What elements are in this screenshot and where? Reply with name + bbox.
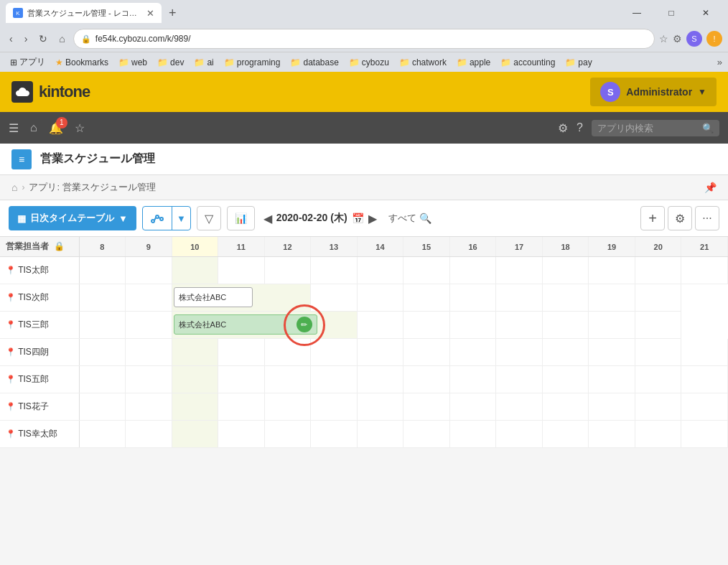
slot-0-4[interactable]: [264, 257, 311, 284]
home-button[interactable]: ⌂: [55, 32, 68, 46]
bookmark-accounting[interactable]: 📁 accounting: [496, 56, 559, 69]
filter-icon: ▽: [205, 213, 213, 225]
bookmark-programing[interactable]: 📁 programing: [220, 56, 285, 69]
notification-icon[interactable]: 🔔 1: [49, 121, 63, 135]
nav-search[interactable]: 🔍: [592, 120, 719, 136]
grid-view-icon: ▦: [17, 213, 26, 224]
nav-left: ☰ ⌂ 🔔 1 ☆: [9, 121, 85, 135]
time-col-16: 16: [449, 237, 496, 257]
breadcrumb-label: アプリ: 営業スケジュール管理: [29, 181, 155, 194]
slot-0-13[interactable]: [681, 257, 728, 284]
slot-0-10[interactable]: [542, 257, 589, 284]
bookmark-apps[interactable]: ⊞ アプリ内検索 アプリ: [6, 55, 50, 70]
view-main[interactable]: ▦ 日次タイムテーブル ▼: [9, 206, 136, 230]
slot-0-7[interactable]: [403, 257, 450, 284]
forward-button[interactable]: ›: [21, 32, 32, 46]
time-col-15: 15: [403, 237, 450, 257]
folder-icon: 📁: [399, 57, 410, 67]
bookmark-cybozu[interactable]: 📁 cybozu: [345, 56, 393, 69]
slot-0-1[interactable]: [126, 257, 172, 284]
person-cell-3: 📍 TIS四朗: [0, 339, 79, 366]
new-tab-button[interactable]: +: [166, 6, 179, 21]
filter-button[interactable]: ▽: [197, 206, 221, 230]
slot-0-11[interactable]: [589, 257, 635, 284]
bar-chart-button[interactable]: 📊: [227, 206, 255, 230]
star-icon[interactable]: ☆: [659, 31, 668, 47]
time-col-20: 20: [635, 237, 681, 257]
event-block-abc-white[interactable]: 株式会社ABC: [174, 287, 253, 307]
star-bookmark-icon: ★: [55, 57, 63, 67]
search-input[interactable]: [597, 123, 698, 134]
slot-0-6[interactable]: [357, 257, 403, 284]
add-record-button[interactable]: +: [640, 206, 665, 230]
prev-date-button[interactable]: ◀: [263, 212, 272, 225]
view-dropdown-arrow: ▼: [118, 213, 128, 224]
next-date-button[interactable]: ▶: [368, 212, 377, 225]
time-col-14: 14: [357, 237, 403, 257]
help-icon[interactable]: ?: [577, 121, 583, 134]
person-pin-icon: 📍: [6, 266, 16, 274]
bookmark-dev[interactable]: 📁 dev: [153, 56, 188, 69]
view-label: 日次タイムテーブル: [30, 212, 114, 225]
favorites-icon[interactable]: ☆: [75, 121, 85, 135]
bookmark-ai[interactable]: 📁 ai: [190, 56, 218, 69]
more-bookmarks-icon[interactable]: »: [717, 57, 722, 67]
settings-button[interactable]: ⚙: [668, 206, 692, 230]
bookmark-web[interactable]: 📁 web: [114, 56, 151, 69]
pin-icon[interactable]: 📌: [704, 182, 717, 193]
person-pin-icon: 📍: [6, 429, 16, 438]
maximize-button[interactable]: □: [655, 3, 688, 23]
chart-icon-area[interactable]: [143, 207, 172, 230]
search-icon[interactable]: 🔍: [702, 123, 714, 134]
tab-close-button[interactable]: ✕: [146, 8, 154, 19]
date-display: 2020-02-20 (木): [276, 212, 347, 225]
bookmark-chatwork[interactable]: 📁 chatwork: [395, 56, 451, 69]
slot-0-5[interactable]: [311, 257, 358, 284]
breadcrumb-home-icon[interactable]: ⌂: [11, 182, 17, 193]
slot-0-8[interactable]: [449, 257, 496, 284]
tab-favicon: K: [13, 8, 23, 18]
header-user[interactable]: S Administrator ▼: [590, 78, 717, 106]
active-tab[interactable]: K 営業スケジュール管理 - レコードの一... ✕: [6, 3, 162, 23]
slot-0-12[interactable]: [635, 257, 681, 284]
app-title: 営業スケジュール管理: [40, 151, 155, 167]
bookmark-apple[interactable]: 📁 apple: [452, 56, 495, 69]
folder-icon: 📁: [457, 57, 467, 67]
person-cell-4: 📍 TIS五郎: [0, 366, 79, 393]
slot-0-2[interactable]: [172, 257, 218, 284]
minimize-button[interactable]: —: [620, 3, 653, 23]
extensions-puzzle-icon[interactable]: !: [706, 31, 722, 47]
more-options-button[interactable]: ···: [695, 206, 719, 230]
person-pin-icon: 📍: [6, 402, 16, 411]
calendar-icon[interactable]: 📅: [352, 213, 364, 224]
bookmark-pay[interactable]: 📁 pay: [561, 56, 596, 69]
hamburger-menu-icon[interactable]: ☰: [9, 121, 19, 135]
event-block-abc-green[interactable]: 株式会社ABC ✏: [174, 314, 317, 335]
bookmark-database[interactable]: 📁 database: [286, 56, 342, 69]
profile-icon[interactable]: S: [686, 31, 702, 47]
user-avatar: S: [600, 82, 620, 102]
view-selector[interactable]: ▦ 日次タイムテーブル ▼: [9, 206, 136, 230]
lock-icon: 🔒: [81, 34, 91, 44]
person-row-2: 📍 TIS三郎 株式会社ABC ✏: [0, 312, 728, 339]
app-header-bar: ≡ 営業スケジュール管理: [0, 144, 728, 175]
reload-button[interactable]: ↻: [35, 32, 51, 46]
url-bar[interactable]: 🔒 fe54k.cybozu.com/k/989/: [73, 29, 655, 49]
slot-0-0[interactable]: [79, 257, 126, 284]
chart-button[interactable]: ▼: [142, 206, 191, 230]
user-name: Administrator: [626, 86, 692, 98]
home-nav-icon[interactable]: ⌂: [30, 121, 37, 134]
back-button[interactable]: ‹: [6, 32, 17, 46]
bookmark-bookmarks[interactable]: ★ Bookmarks: [51, 56, 113, 69]
extensions-icon[interactable]: ⚙: [673, 31, 682, 47]
settings-icon[interactable]: ⚙: [558, 121, 568, 135]
chart-dropdown-arrow[interactable]: ▼: [172, 207, 190, 230]
time-col-17: 17: [496, 237, 543, 257]
person-pin-icon: 📍: [6, 375, 16, 383]
window-controls: — □ ✕: [620, 3, 722, 23]
slot-0-9[interactable]: [496, 257, 543, 284]
close-button[interactable]: ✕: [689, 3, 722, 23]
event-edit-icon[interactable]: ✏: [297, 317, 312, 332]
slot-0-3[interactable]: [218, 257, 265, 284]
view-all-search-icon[interactable]: 🔍: [419, 213, 431, 224]
